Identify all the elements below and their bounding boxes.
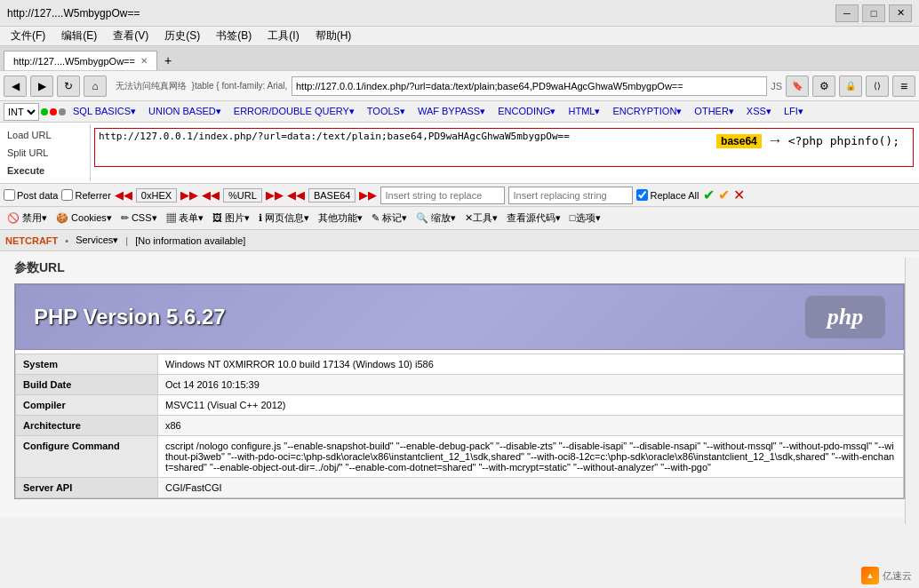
new-tab-button[interactable]: +	[157, 51, 179, 70]
referrer-checkbox[interactable]: Referrer	[61, 189, 110, 201]
css-btn[interactable]: ✏ CSS▾	[117, 211, 161, 225]
tab-label: http://127....W5mbygpOw==	[13, 56, 135, 67]
key-builddate: Build Date	[16, 375, 158, 395]
dot-green	[41, 108, 48, 115]
post-data-check[interactable]	[4, 189, 15, 201]
right-scrollbar[interactable]	[905, 258, 919, 524]
arrow-right-hex: ▶▶	[180, 188, 198, 202]
cancel-icon[interactable]: ✕	[733, 187, 745, 203]
menu-bookmarks[interactable]: 书签(B)	[209, 27, 259, 45]
page-title: 参数URL	[14, 260, 905, 276]
maximize-button[interactable]: □	[862, 4, 885, 22]
xss-btn[interactable]: XSS▾	[741, 105, 777, 118]
tools-btn[interactable]: TOOLS▾	[362, 105, 411, 118]
titlebar-controls: ─ □ ✕	[835, 4, 912, 22]
base64-decode-icon[interactable]: base64	[716, 134, 762, 148]
confirm-icon[interactable]: ✔	[703, 187, 715, 203]
arrow-right-icon: →	[767, 131, 783, 150]
netcraft-brand: NETCRAFT	[5, 235, 58, 246]
close-button[interactable]: ✕	[889, 4, 912, 22]
options-btn[interactable]: □选项▾	[566, 211, 604, 226]
tabbar: http://127....W5mbygpOw== ✕ +	[0, 46, 919, 71]
menu-view[interactable]: 查看(V)	[106, 27, 156, 45]
replace-all-check[interactable]	[636, 189, 648, 201]
addon-btn3[interactable]: 🔒	[839, 75, 862, 97]
tools-hak-btn[interactable]: ✕工具▾	[461, 211, 501, 226]
sql-editor: Load URL Split URL Execute http://127.0.…	[0, 123, 919, 184]
titlebar-left: http://127....W5mbygpOw==	[7, 7, 140, 20]
confirm2-icon[interactable]: ✔	[718, 187, 730, 203]
netcraft-bar: NETCRAFT • Services▾ | [No information a…	[0, 230, 919, 251]
tab-active[interactable]: http://127....W5mbygpOw== ✕	[4, 51, 157, 70]
menu-history[interactable]: 历史(S)	[157, 27, 207, 45]
zoom-btn[interactable]: 🔍 缩放▾	[412, 211, 460, 226]
sql-basics-btn[interactable]: SQL BASICS▾	[68, 105, 141, 118]
yisuyun-text: 亿速云	[883, 569, 912, 583]
execute-button[interactable]: Execute	[7, 163, 84, 178]
tag-btn[interactable]: ✎ 标记▾	[368, 211, 411, 226]
reload-button[interactable]: ↻	[57, 75, 80, 97]
sql-left-panel: Load URL Split URL Execute	[2, 124, 91, 181]
titlebar-title: http://127....W5mbygpOw==	[7, 7, 140, 20]
addon-btn2[interactable]: ⚙	[812, 75, 835, 97]
netcraft-info: [No information available]	[135, 235, 245, 246]
back-button[interactable]: ◀	[4, 75, 27, 97]
key-configure: Configure Command	[16, 436, 158, 478]
val-system: Windows NT 0XMIRROR 10.0 build 17134 (Wi…	[158, 354, 904, 375]
insert-replacing-input[interactable]	[508, 187, 633, 204]
other-btn[interactable]: OTHER▾	[689, 105, 739, 118]
encoding-btn[interactable]: ENCODING▾	[492, 105, 561, 118]
sql-toolbar: INT SQL BASICS▾ UNION BASED▾ ERROR/DOUBL…	[0, 101, 919, 123]
separator2: |	[125, 235, 128, 246]
disable-btn[interactable]: 🚫 禁用▾	[4, 211, 51, 226]
arrow-right-url: ▶▶	[266, 188, 284, 202]
table-row: Server API CGI/FastCGI	[16, 478, 904, 498]
post-data-checkbox[interactable]: Post data	[4, 189, 58, 201]
forward-button[interactable]: ▶	[30, 75, 53, 97]
address-input[interactable]	[292, 76, 767, 96]
img-btn[interactable]: 🖼 图片▾	[209, 211, 253, 226]
home-button[interactable]: ⌂	[84, 75, 107, 97]
insert-string-input[interactable]	[380, 187, 505, 204]
url-label: %URL	[223, 188, 262, 203]
menu-file[interactable]: 文件(F)	[4, 27, 52, 45]
info-btn[interactable]: ℹ 网页信息▾	[255, 211, 313, 226]
addon-btn1[interactable]: 🔖	[786, 75, 809, 97]
tab-close-icon[interactable]: ✕	[140, 56, 148, 66]
int-select[interactable]: INT	[4, 103, 39, 121]
arrow-left-hex: ◀◀	[115, 188, 132, 202]
val-serverapi: CGI/FastCGI	[158, 478, 904, 498]
services-btn[interactable]: Services▾	[76, 234, 118, 246]
error-double-btn[interactable]: ERROR/DOUBLE QUERY▾	[228, 105, 360, 118]
split-url-button[interactable]: Split URL	[7, 146, 84, 160]
waf-bypass-btn[interactable]: WAF BYPASS▾	[412, 105, 491, 118]
menu-tools[interactable]: 工具(I)	[260, 27, 306, 45]
val-compiler: MSVC11 (Visual C++ 2012)	[158, 395, 904, 416]
menu-help[interactable]: 帮助(H)	[308, 27, 359, 45]
js-badge[interactable]: JS	[771, 81, 782, 91]
addressbar: ◀ ▶ ↻ ⌂ 无法访问纯真网络 }table { font-family: A…	[0, 71, 919, 101]
source-btn[interactable]: 查看源代码▾	[503, 211, 564, 226]
lfi-btn[interactable]: LFI▾	[779, 105, 809, 118]
minimize-button[interactable]: ─	[835, 4, 859, 22]
cookies-btn[interactable]: 🍪 Cookies▾	[52, 211, 116, 225]
titlebar: http://127....W5mbygpOw== ─ □ ✕	[0, 0, 919, 27]
other-features-btn[interactable]: 其他功能▾	[315, 211, 366, 226]
union-based-btn[interactable]: UNION BASED▾	[143, 105, 227, 118]
sql-decoded-area: base64 → <?php phpinfo();	[716, 131, 899, 150]
yisuyun-icon: ▲	[861, 567, 879, 584]
table-btn[interactable]: ▦ 表单▾	[163, 211, 207, 226]
replace-all-checkbox[interactable]: Replace All	[636, 189, 699, 201]
decoded-php-code: <?php phpinfo();	[788, 134, 899, 147]
sql-input-area: http://127.0.0.1/index.php/?url=data:/te…	[91, 124, 917, 181]
addon-btn4[interactable]: ⟨⟩	[866, 75, 889, 97]
referrer-check[interactable]	[61, 189, 73, 201]
encryption-btn[interactable]: ENCRYPTION▾	[607, 105, 687, 118]
arrow-right-b64: ▶▶	[359, 188, 377, 202]
load-url-button[interactable]: Load URL	[7, 128, 84, 142]
separator1: •	[65, 235, 68, 246]
menu-btn[interactable]: ≡	[892, 75, 915, 97]
key-serverapi: Server API	[16, 478, 158, 498]
html-btn[interactable]: HTML▾	[563, 105, 605, 118]
menu-edit[interactable]: 编辑(E)	[54, 27, 104, 45]
